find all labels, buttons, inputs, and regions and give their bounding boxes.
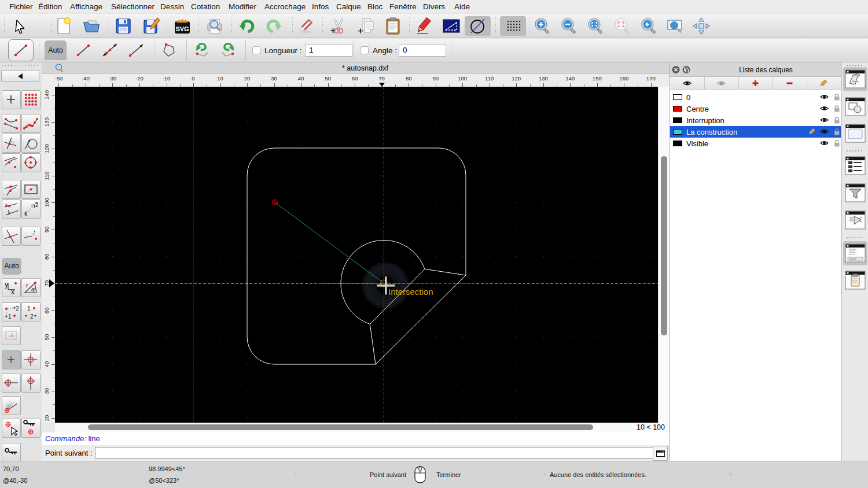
svg-text:x: x [11, 288, 14, 296]
svg-text:SVG: SVG [175, 25, 189, 32]
svg-text:y: y [5, 280, 8, 289]
svg-text:r: r [26, 282, 28, 289]
svg-text:a: a [31, 286, 35, 293]
svg-text:Intersection: Intersection [388, 287, 433, 297]
svg-text:2: 2 [16, 305, 19, 312]
svg-text:1: 1 [8, 313, 12, 320]
svg-text:1: 1 [27, 305, 31, 312]
svg-text:2: 2 [30, 313, 34, 320]
